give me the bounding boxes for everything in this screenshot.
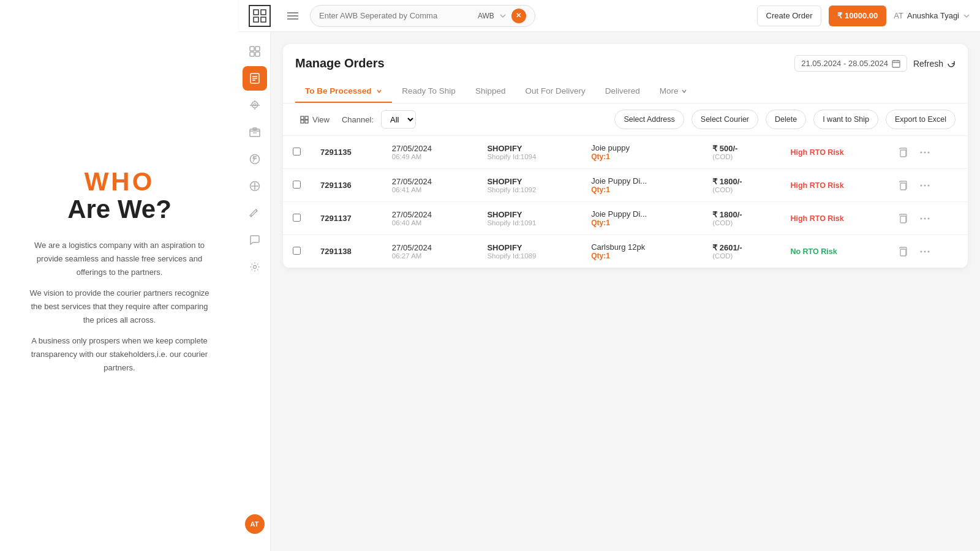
order-platform: SHOPIFY Shopify Id:1094 [477,136,581,169]
order-actions [884,136,968,169]
more-options-icon[interactable] [916,243,933,260]
svg-point-25 [921,151,922,153]
balance-button[interactable]: ₹ 10000.00 [829,6,886,26]
card-header: Manage Orders 21.05.2024 - 28.05.2024 Re… [283,44,968,72]
row-checkbox[interactable] [293,247,301,255]
svg-point-18 [253,266,256,269]
tabs-row: To Be Processed Ready To Ship Shipped Ou… [283,80,968,103]
create-order-button[interactable]: Create Order [757,6,822,26]
copy-icon[interactable] [894,177,911,194]
order-date: 27/05/2024 06:27 AM [382,235,478,268]
copy-icon[interactable] [894,144,911,161]
view-button[interactable]: View [295,113,334,127]
svg-point-35 [928,217,930,219]
brand-para-2: We vision to provide the courier partner… [24,287,214,327]
export-to-excel-button[interactable]: Export to Excel [886,110,956,129]
order-rto-risk: High RTO Risk [780,136,884,169]
chevron-down-icon [499,12,507,20]
sidebar-item-pen[interactable] [243,201,267,225]
refresh-button[interactable]: Refresh [913,59,956,69]
main-layout: AT Manage Orders 21.05.2024 - 28.05.2024 [239,32,980,551]
more-options-icon[interactable] [916,144,933,161]
sidebar-item-chat[interactable] [243,228,267,252]
svg-rect-22 [301,120,304,123]
order-platform: SHOPIFY Shopify Id:1089 [477,235,581,268]
svg-rect-19 [892,61,900,67]
sidebar-item-grid[interactable] [243,39,267,64]
i-want-to-ship-button[interactable]: I want to Ship [813,110,878,129]
svg-point-38 [924,250,926,252]
search-input[interactable] [319,11,478,20]
select-address-button[interactable]: Select Address [614,110,684,129]
svg-rect-20 [301,116,304,119]
who-label: WHO [85,169,155,195]
content-area: Manage Orders 21.05.2024 - 28.05.2024 Re… [271,32,980,551]
select-courier-button[interactable]: Select Courier [692,110,758,129]
sidebar-item-rupee[interactable] [243,147,267,171]
tab-delivered[interactable]: Delivered [595,80,650,103]
order-actions [884,169,968,202]
tab-shipped[interactable]: Shipped [466,80,516,103]
order-price: ₹ 500/- (COD) [703,136,780,169]
svg-point-37 [921,250,922,252]
copy-icon[interactable] [894,210,911,227]
svg-point-30 [924,184,926,186]
order-id: 7291136 [311,169,382,202]
order-price: ₹ 1800/- (COD) [703,169,780,202]
svg-rect-6 [287,18,298,20]
row-checkbox[interactable] [293,181,301,189]
tab-more[interactable]: More [650,80,697,103]
tab-out-for-delivery[interactable]: Out For Delivery [515,80,595,103]
table-row: 7291138 27/05/2024 06:27 AM SHOPIFY Shop… [283,235,968,268]
more-chevron-icon [681,88,687,94]
svg-rect-8 [255,47,260,51]
order-actions [884,202,968,235]
order-product: Carlsburg 12pk Qty:1 [581,235,703,268]
awb-label: AWB [478,12,494,20]
date-range-picker[interactable]: 21.05.2024 - 28.05.2024 [794,55,907,72]
svg-rect-3 [261,17,266,22]
svg-rect-24 [900,150,906,157]
sidebar-item-orders[interactable] [243,66,267,91]
user-chevron-icon [963,12,970,20]
orders-table-wrapper: 7291135 27/05/2024 06:49 AM SHOPIFY Shop… [283,136,968,268]
row-checkbox-cell [283,235,311,268]
svg-rect-5 [287,15,298,17]
calendar-icon [892,59,900,68]
orange-circle-btn[interactable]: ✕ [511,9,526,23]
delete-button[interactable]: Delete [766,110,806,129]
user-info[interactable]: AT Anushka Tyagi [894,11,970,20]
user-initials-label: AT [894,11,903,20]
svg-point-31 [928,184,930,186]
sidebar-item-settings[interactable] [243,255,267,279]
svg-point-29 [921,184,922,186]
row-checkbox[interactable] [293,148,301,156]
order-product: Joie Puppy Di... Qty:1 [581,202,703,235]
copy-icon[interactable] [894,243,911,260]
tab-ready-to-ship[interactable]: Ready To Ship [392,80,466,103]
order-id: 7291138 [311,235,382,268]
brand-para-3: A business only prospers when we keep co… [24,334,214,375]
svg-rect-2 [254,17,258,22]
order-product: Joie puppy Qty:1 [581,136,703,169]
tab-to-be-processed[interactable]: To Be Processed [295,80,392,103]
row-checkbox[interactable] [293,214,301,222]
row-checkbox-cell [283,136,311,169]
channel-select[interactable]: All [381,110,416,129]
menu-icon[interactable] [283,6,303,26]
sidebar-item-currency[interactable] [243,174,267,198]
sidebar-item-scan[interactable] [243,93,267,118]
sidebar-bottom: AT [245,514,265,544]
orders-card: Manage Orders 21.05.2024 - 28.05.2024 Re… [283,44,968,268]
more-options-icon[interactable] [916,177,933,194]
row-checkbox-cell [283,169,311,202]
order-platform: SHOPIFY Shopify Id:1092 [477,169,581,202]
sidebar-item-archive[interactable] [243,120,267,144]
svg-rect-0 [254,10,258,15]
more-options-icon[interactable] [916,210,933,227]
sidebar: AT [239,32,271,551]
svg-point-34 [924,217,926,219]
table-row: 7291136 27/05/2024 06:41 AM SHOPIFY Shop… [283,169,968,202]
order-platform: SHOPIFY Shopify Id:1091 [477,202,581,235]
search-bar[interactable]: AWB ✕ [310,5,535,27]
